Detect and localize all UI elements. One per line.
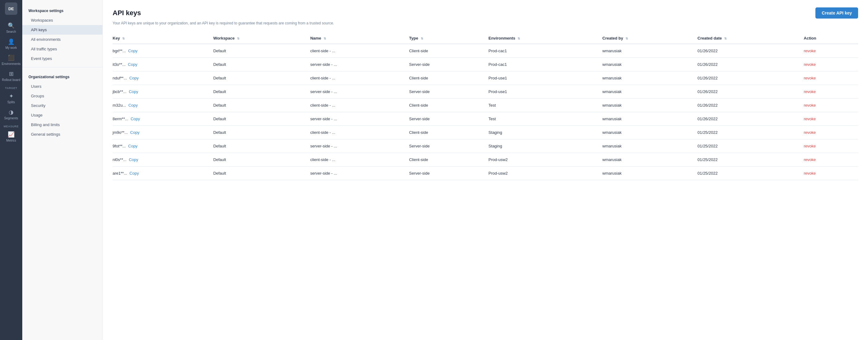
cell-key-1: it3o**... Copy xyxy=(113,58,213,71)
sidebar-item-security[interactable]: Security xyxy=(22,101,102,110)
copy-button-7[interactable]: Copy xyxy=(128,144,137,148)
key-value-8: nl0s**... xyxy=(113,157,126,162)
cell-action-5: revoke xyxy=(804,112,858,126)
copy-button-2[interactable]: Copy xyxy=(129,76,138,80)
cell-key-8: nl0s**... Copy xyxy=(113,153,213,167)
nav-item-splits[interactable]: ✦ Splits xyxy=(0,90,22,106)
cell-type-5: Server-side xyxy=(409,112,489,126)
cell-name-8: client-side - ... xyxy=(310,153,409,167)
cell-created-date-9: 01/25/2022 xyxy=(698,167,804,180)
cell-key-4: m32u... Copy xyxy=(113,99,213,112)
sidebar-divider xyxy=(22,67,102,67)
nav-label-my-work: My work xyxy=(5,46,17,49)
table-row: m32u... Copy Default client-side - ... C… xyxy=(113,99,858,112)
revoke-button-3[interactable]: revoke xyxy=(804,89,816,94)
sort-icon-name[interactable]: ⇅ xyxy=(323,37,326,40)
revoke-button-7[interactable]: revoke xyxy=(804,144,816,148)
icon-nav: DE 🔍 Search 👤 My work ⬛ Environments ⊞ R… xyxy=(0,0,22,340)
cell-created-date-8: 01/25/2022 xyxy=(698,153,804,167)
cell-action-3: revoke xyxy=(804,85,858,99)
sidebar-item-general-settings[interactable]: General settings xyxy=(22,130,102,139)
cell-environments-2: Prod-use1 xyxy=(489,71,602,85)
revoke-button-4[interactable]: revoke xyxy=(804,103,816,108)
sidebar-item-api-keys[interactable]: API keys xyxy=(22,25,102,35)
copy-button-8[interactable]: Copy xyxy=(129,157,138,162)
copy-button-1[interactable]: Copy xyxy=(128,62,137,67)
splits-icon: ✦ xyxy=(9,93,13,100)
cell-created-by-9: wmarusiak xyxy=(602,167,698,180)
table-row: are1**... Copy Default server-side - ...… xyxy=(113,167,858,180)
col-header-key: Key ⇅ xyxy=(113,33,213,44)
sidebar-item-usage[interactable]: Usage xyxy=(22,110,102,120)
nav-item-environments[interactable]: ⬛ Environments xyxy=(0,52,22,68)
cell-environments-6: Staging xyxy=(489,126,602,139)
table-row: nduf**... Copy Default client-side - ...… xyxy=(113,71,858,85)
table-header-row: Key ⇅ Workspace ⇅ Name ⇅ Type ⇅ Environm… xyxy=(113,33,858,44)
sidebar-item-users[interactable]: Users xyxy=(22,81,102,91)
revoke-button-8[interactable]: revoke xyxy=(804,157,816,162)
table-row: bgrl**... Copy Default client-side - ...… xyxy=(113,44,858,58)
sidebar-item-event-types[interactable]: Event types xyxy=(22,54,102,63)
cell-type-7: Server-side xyxy=(409,139,489,153)
table-row: 8erm**... Copy Default server-side - ...… xyxy=(113,112,858,126)
sidebar-item-billing[interactable]: Billing and limits xyxy=(22,120,102,130)
cell-environments-0: Prod-cac1 xyxy=(489,44,602,58)
revoke-button-9[interactable]: revoke xyxy=(804,171,816,176)
copy-button-3[interactable]: Copy xyxy=(129,89,138,94)
sidebar-item-all-traffic-types[interactable]: All traffic types xyxy=(22,44,102,54)
cell-environments-1: Prod-cac1 xyxy=(489,58,602,71)
nav-item-segments[interactable]: ◑ Segments xyxy=(0,106,22,123)
cell-name-1: server-side - ... xyxy=(310,58,409,71)
sidebar-item-groups[interactable]: Groups xyxy=(22,91,102,101)
person-icon: 👤 xyxy=(8,38,14,45)
cell-environments-4: Test xyxy=(489,99,602,112)
col-header-environments: Environments ⇅ xyxy=(489,33,602,44)
nav-item-rollout-board[interactable]: ⊞ Rollout board xyxy=(0,68,22,84)
key-value-6: jm9o**... xyxy=(113,130,128,135)
copy-button-6[interactable]: Copy xyxy=(130,130,140,135)
page-description: Your API keys are unique to your organiz… xyxy=(113,21,858,25)
sort-icon-type[interactable]: ⇅ xyxy=(421,37,423,40)
col-header-workspace: Workspace ⇅ xyxy=(213,33,310,44)
copy-button-0[interactable]: Copy xyxy=(128,48,137,53)
key-value-0: bgrl**... xyxy=(113,48,126,53)
nav-item-metrics[interactable]: 📈 Metrics xyxy=(0,129,22,145)
revoke-button-6[interactable]: revoke xyxy=(804,130,816,135)
sort-icon-workspace[interactable]: ⇅ xyxy=(237,37,240,40)
cell-name-3: server-side - ... xyxy=(310,85,409,99)
nav-item-my-work[interactable]: 👤 My work xyxy=(0,36,22,52)
sort-icon-created-date[interactable]: ⇅ xyxy=(724,37,726,40)
sidebar-item-workspaces[interactable]: Workspaces xyxy=(22,15,102,25)
copy-button-9[interactable]: Copy xyxy=(130,171,139,176)
cell-workspace-4: Default xyxy=(213,99,310,112)
key-value-7: 9fot**... xyxy=(113,144,126,148)
copy-button-5[interactable]: Copy xyxy=(130,116,140,121)
revoke-button-1[interactable]: revoke xyxy=(804,62,816,67)
cell-type-6: Client-side xyxy=(409,126,489,139)
cell-key-2: nduf**... Copy xyxy=(113,71,213,85)
copy-button-4[interactable]: Copy xyxy=(128,103,138,108)
cell-created-date-7: 01/25/2022 xyxy=(698,139,804,153)
revoke-button-5[interactable]: revoke xyxy=(804,116,816,121)
cell-created-by-1: wmarusiak xyxy=(602,58,698,71)
sort-icon-key[interactable]: ⇅ xyxy=(122,37,125,40)
cell-type-0: Client-side xyxy=(409,44,489,58)
revoke-button-2[interactable]: revoke xyxy=(804,76,816,80)
cell-workspace-8: Default xyxy=(213,153,310,167)
sort-icon-environments[interactable]: ⇅ xyxy=(518,37,520,40)
cell-key-0: bgrl**... Copy xyxy=(113,44,213,58)
cell-name-5: server-side - ... xyxy=(310,112,409,126)
cell-workspace-0: Default xyxy=(213,44,310,58)
col-header-created-date: Created date ⇅ xyxy=(698,33,804,44)
avatar[interactable]: DE xyxy=(5,2,17,15)
table-row: 9fot**... Copy Default server-side - ...… xyxy=(113,139,858,153)
sidebar-item-all-environments[interactable]: All environments xyxy=(22,35,102,44)
nav-item-search[interactable]: 🔍 Search xyxy=(0,20,22,36)
environments-icon: ⬛ xyxy=(8,55,14,61)
measure-section-label: MEASURE xyxy=(4,125,19,128)
cell-action-7: revoke xyxy=(804,139,858,153)
cell-action-8: revoke xyxy=(804,153,858,167)
create-api-key-button[interactable]: Create API key xyxy=(815,7,858,19)
sort-icon-created-by[interactable]: ⇅ xyxy=(625,37,628,40)
revoke-button-0[interactable]: revoke xyxy=(804,48,816,53)
